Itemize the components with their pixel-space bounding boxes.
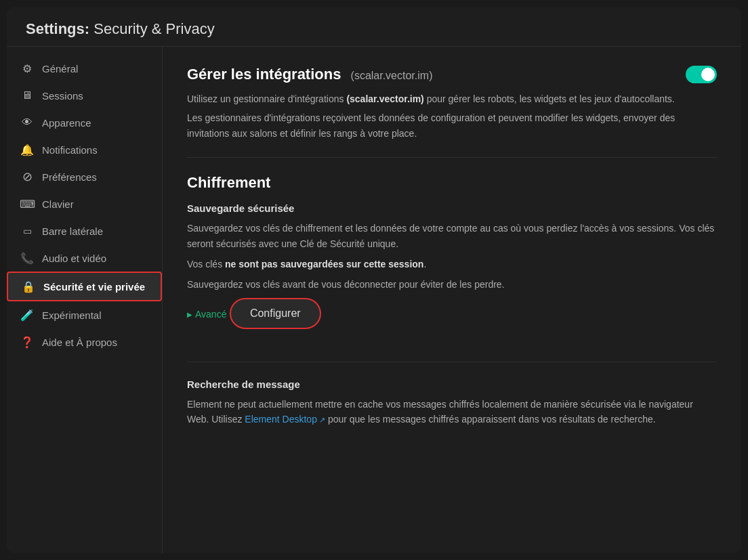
main-content: Gérer les intégrations (scalar.vector.im…	[163, 47, 741, 553]
sauvegarde-desc1: Sauvegardez vos clés de chiffrement et l…	[187, 221, 717, 251]
sauvegarde-subtitle: Sauvegarde sécurisée	[187, 202, 717, 214]
integrations-desc2: Les gestionnaires d'intégrations reçoive…	[187, 110, 717, 141]
page-title: Settings: Security & Privacy	[26, 20, 722, 38]
chiffrement-title: Chiffrement	[187, 174, 717, 192]
advanced-link[interactable]: Avancé	[187, 309, 226, 320]
bell-icon: 🔔	[20, 143, 34, 156]
sidebar-label-preferences: Préférences	[42, 171, 97, 183]
settings-window: Settings: Security & Privacy ⚙ Général 🖥…	[7, 7, 741, 553]
sidebar-label-experimental: Expérimental	[42, 309, 102, 321]
sidebar-item-help[interactable]: ❓ Aide et À propos	[7, 328, 162, 356]
sidebar-item-audio[interactable]: 📞 Audio et vidéo	[7, 244, 162, 272]
sidebar-label-audio: Audio et vidéo	[42, 253, 106, 264]
sidebar-item-sidebar[interactable]: ▭ Barre latérale	[7, 217, 162, 244]
flask-icon: 🧪	[20, 308, 34, 322]
sidebar: ⚙ Général 🖥 Sessions 👁 Apparence 🔔 Notif…	[7, 47, 163, 553]
sidebar-label-help: Aide et À propos	[42, 337, 117, 348]
integrations-desc1: Utilisez un gestionnaire d'intégrations …	[187, 91, 717, 106]
sidebar-item-experimental[interactable]: 🧪 Expérimental	[7, 301, 162, 328]
keyboard-icon: ⌨	[20, 197, 34, 211]
sidebar-item-preferences[interactable]: ⊘ Préférences	[7, 163, 162, 190]
sidebar-layout-icon: ▭	[20, 224, 34, 238]
content-area: ⚙ Général 🖥 Sessions 👁 Apparence 🔔 Notif…	[7, 47, 741, 553]
recherche-title: Recherche de message	[187, 379, 717, 390]
configure-button[interactable]: Configurer	[230, 298, 321, 329]
sidebar-label-notifications: Notifications	[42, 144, 98, 156]
sidebar-label-keyboard: Clavier	[42, 198, 74, 210]
sidebar-label-sessions: Sessions	[42, 90, 83, 102]
sauvegarde-desc3: Sauvegardez vos clés avant de vous décon…	[187, 277, 717, 292]
sidebar-label-sidebar: Barre latérale	[42, 225, 103, 237]
integrations-title: Gérer les intégrations (scalar.vector.im…	[187, 66, 432, 83]
eye-icon: 👁	[20, 116, 34, 129]
sidebar-item-keyboard[interactable]: ⌨ Clavier	[7, 190, 162, 217]
recherche-desc: Element ne peut actuellement mettre en c…	[187, 397, 717, 427]
lock-icon: 🔒	[22, 280, 35, 293]
gear-icon: ⚙	[20, 62, 34, 75]
integrations-title-group: Gérer les intégrations (scalar.vector.im…	[187, 66, 432, 83]
help-icon: ❓	[20, 335, 34, 349]
sidebar-item-sessions[interactable]: 🖥 Sessions	[7, 82, 162, 109]
title-bar: Settings: Security & Privacy	[7, 7, 741, 47]
sidebar-label-general: Général	[42, 63, 78, 74]
element-desktop-link[interactable]: Element Desktop	[245, 414, 325, 425]
divider-2	[187, 362, 717, 362]
divider-1	[187, 157, 717, 158]
sidebar-label-appearance: Apparence	[42, 117, 91, 129]
sidebar-item-security[interactable]: 🔒 Sécurité et vie privée	[7, 272, 162, 301]
integrations-toggle[interactable]	[686, 66, 717, 83]
sidebar-label-security: Sécurité et vie privée	[43, 281, 145, 293]
toggle-icon: ⊘	[20, 170, 34, 184]
phone-icon: 📞	[20, 251, 34, 265]
integrations-header: Gérer les intégrations (scalar.vector.im…	[187, 66, 717, 83]
sidebar-item-general[interactable]: ⚙ Général	[7, 55, 162, 82]
sauvegarde-desc2: Vos clés ne sont pas sauvegardées sur ce…	[187, 257, 717, 272]
sidebar-item-notifications[interactable]: 🔔 Notifications	[7, 136, 162, 163]
sidebar-item-appearance[interactable]: 👁 Apparence	[7, 109, 162, 136]
monitor-icon: 🖥	[20, 89, 34, 102]
